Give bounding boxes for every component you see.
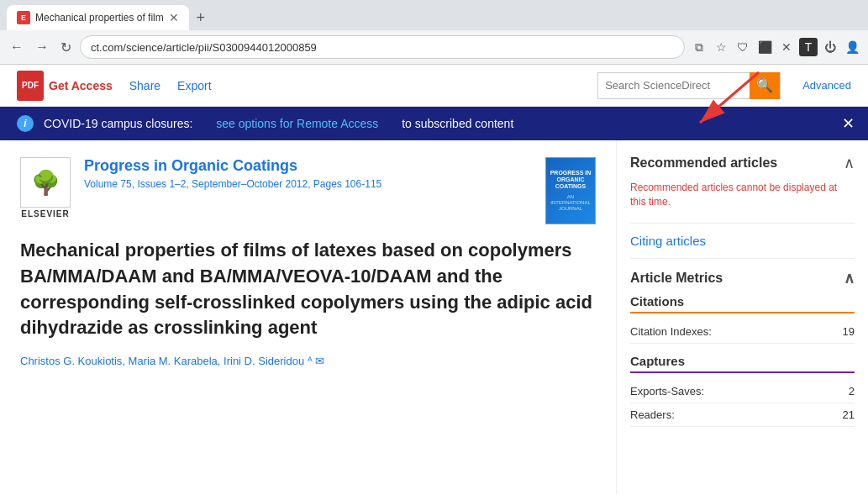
extension-icon3[interactable]: T <box>799 38 818 56</box>
extension-icon2[interactable]: ✕ <box>777 38 796 56</box>
captures-label: Captures <box>630 354 685 368</box>
page-header: PDF Get Access Share Export 🔍 Advanced <box>0 65 868 107</box>
alert-banner: i COVID-19 campus closures: see options … <box>0 107 868 140</box>
reload-button[interactable]: ↻ <box>57 38 75 57</box>
url-bar[interactable]: ct.com/science/article/pii/S030094401200… <box>80 35 685 59</box>
browser-icons: ⧉ ☆ 🛡 ⬛ ✕ T ⏻ 👤 <box>690 38 861 56</box>
search-input[interactable] <box>598 73 750 98</box>
citations-subsection: Citations <box>630 294 855 313</box>
cover-subtitle: AN INTERNATIONAL JOURNAL <box>550 194 592 213</box>
divider-2 <box>630 258 855 259</box>
tab-favicon: E <box>17 11 30 24</box>
author-3-link[interactable]: Irini D. Sideridou <box>224 355 304 367</box>
journal-header: 🌳 ELSEVIER Progress in Organic Coatings … <box>20 157 596 224</box>
export-button[interactable]: Export <box>177 79 211 92</box>
citation-indexes-row: Citation Indexes: 19 <box>630 320 855 344</box>
search-button[interactable]: 🔍 <box>750 72 780 99</box>
power-icon[interactable]: ⏻ <box>821 38 839 56</box>
readers-label: Readers: <box>630 408 675 421</box>
citation-indexes-label: Citation Indexes: <box>630 325 712 338</box>
new-tab-button[interactable]: + <box>189 6 213 29</box>
left-panel: 🌳 ELSEVIER Progress in Organic Coatings … <box>0 140 616 494</box>
journal-cover: PROGRESS IN ORGANIC COATINGS AN INTERNAT… <box>545 157 596 224</box>
get-access-label: Get Access <box>49 79 113 92</box>
author-icons: ᴬ ✉ <box>308 355 325 367</box>
right-panel: Recommended articles ∧ Recommended artic… <box>616 140 868 494</box>
main-content: 🌳 ELSEVIER Progress in Organic Coatings … <box>0 140 868 494</box>
search-icon: 🔍 <box>756 77 773 93</box>
recommended-articles-section: Recommended articles ∧ <box>630 154 855 172</box>
search-box: 🔍 <box>597 72 781 99</box>
exports-saves-row: Exports-Saves: 2 <box>630 380 855 403</box>
pdf-icon: PDF <box>17 71 44 101</box>
readers-value: 21 <box>843 408 855 421</box>
captures-header: Captures <box>630 354 855 373</box>
browser-chrome: E Mechanical properties of film ✕ + ← → … <box>0 0 868 65</box>
readers-row: Readers: 21 <box>630 403 855 427</box>
alert-text: COVID-19 campus closures: <box>44 117 192 130</box>
exports-saves-value: 2 <box>849 385 855 398</box>
recommended-title: Recommended articles <box>630 155 777 171</box>
metrics-title-label: Article Metrics <box>630 271 723 286</box>
alert-suffix: to subscribed content <box>402 117 513 130</box>
elsevier-tree-icon: 🌳 <box>20 157 71 208</box>
author-2-link[interactable]: Maria M. Karabela <box>129 355 218 367</box>
article-metrics-section: Article Metrics ∧ Citations Citation Ind… <box>630 269 855 427</box>
tab-close-button[interactable]: ✕ <box>169 11 179 24</box>
citation-indexes-value: 19 <box>843 325 855 338</box>
recommended-toggle[interactable]: ∧ <box>844 154 855 172</box>
citing-articles-section: Citing articles <box>630 234 855 248</box>
exports-saves-label: Exports-Saves: <box>630 385 704 398</box>
journal-name[interactable]: Progress in Organic Coatings <box>84 157 532 175</box>
address-bar: ← → ↻ ct.com/science/article/pii/S030094… <box>0 30 868 64</box>
screenshot-icon[interactable]: ⧉ <box>690 38 708 56</box>
share-button[interactable]: Share <box>129 79 160 92</box>
citations-label: Citations <box>630 294 684 308</box>
tab-bar: E Mechanical properties of film ✕ + <box>0 0 868 30</box>
article-authors: Christos G. Koukiotis, Maria M. Karabela… <box>20 355 596 367</box>
forward-button[interactable]: → <box>32 38 52 56</box>
cover-title: PROGRESS IN ORGANIC COATINGS <box>550 170 592 191</box>
citing-articles-link[interactable]: Citing articles <box>630 234 706 248</box>
get-access-button[interactable]: PDF Get Access <box>17 71 113 101</box>
captures-subsection: Captures Exports-Saves: 2 Readers: 21 <box>630 354 855 427</box>
back-button[interactable]: ← <box>7 38 27 56</box>
article-title: Mechanical properties of films of latexe… <box>20 238 596 341</box>
publisher-label: ELSEVIER <box>21 209 69 219</box>
shield-icon[interactable]: 🛡 <box>734 38 752 56</box>
active-tab[interactable]: E Mechanical properties of film ✕ <box>7 5 189 30</box>
journal-meta[interactable]: Volume 75, Issues 1–2, September–October… <box>84 178 532 190</box>
tab-title: Mechanical properties of film <box>35 12 164 24</box>
journal-info: Progress in Organic Coatings Volume 75, … <box>84 157 532 190</box>
advanced-link[interactable]: Advanced <box>802 79 851 92</box>
metrics-toggle[interactable]: ∧ <box>844 269 855 287</box>
metrics-header: Article Metrics ∧ <box>630 269 855 287</box>
alert-link[interactable]: see options for Remote Access <box>216 117 378 130</box>
recommended-error: Recommended articles cannot be displayed… <box>630 181 855 209</box>
alert-close-button[interactable]: ✕ <box>842 114 855 133</box>
divider-1 <box>630 223 855 224</box>
account-icon[interactable]: 👤 <box>843 38 861 56</box>
author-1-link[interactable]: Christos G. Koukiotis <box>20 355 122 367</box>
bookmark-icon[interactable]: ☆ <box>712 38 730 56</box>
elsevier-logo: 🌳 ELSEVIER <box>20 157 71 219</box>
extension-icon1[interactable]: ⬛ <box>755 38 774 56</box>
info-icon: i <box>17 115 34 132</box>
